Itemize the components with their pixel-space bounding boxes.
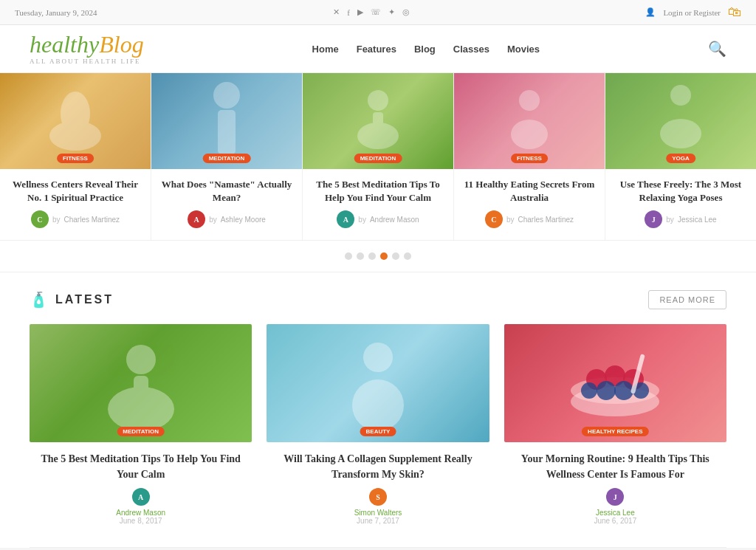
read-more-button[interactable]: READ MORE: [648, 290, 726, 309]
instagram-icon[interactable]: ◎: [402, 7, 410, 17]
twitter-icon[interactable]: ✕: [333, 7, 340, 17]
author-avatar: J: [606, 488, 624, 506]
article-title: The 5 Best Meditation Tips To Help You F…: [309, 178, 447, 204]
author-name: Charles Martinez: [63, 216, 120, 224]
carousel-dot-6[interactable]: [404, 252, 411, 260]
author-avatar: S: [369, 488, 387, 506]
author-name: Andrew Mason: [370, 216, 419, 224]
article-author: C by Charles Martinez: [0, 210, 151, 228]
author-name: Simon Walters: [354, 509, 402, 517]
latest-item[interactable]: MEDITATION The 5 Best Meditation Tips To…: [30, 324, 252, 525]
article-title: Use These Freely: The 3 Most Relaxing Yo…: [611, 178, 750, 204]
author-name: Jessica Lee: [596, 509, 635, 517]
featured-image: MEDITATION: [151, 73, 302, 169]
latest-image-wrap: BEAUTY: [267, 324, 489, 442]
carousel-dot-1[interactable]: [345, 252, 352, 260]
logo-subtitle: ALL ABOUT HEALTH LIFE: [30, 58, 140, 65]
latest-item[interactable]: BEAUTY Will Taking A Collagen Supplement…: [267, 324, 489, 525]
article-date: June 7, 2017: [267, 517, 489, 525]
nav-movies[interactable]: Movies: [507, 44, 540, 55]
cart-icon[interactable]: 🛍: [728, 4, 741, 20]
article-date: June 8, 2017: [30, 517, 252, 525]
author-avatar: C: [485, 210, 503, 228]
svg-point-9: [670, 85, 691, 106]
latest-title-row: 🧴 LATEST: [30, 291, 114, 309]
latest-icon: 🧴: [30, 291, 48, 309]
carousel-dot-4[interactable]: [380, 252, 388, 260]
latest-image-wrap: HEALTHY RECIPES: [504, 324, 726, 442]
svg-point-23: [581, 382, 597, 399]
social-icons: ✕ f ▶ ☏ ✦ ◎: [333, 7, 410, 17]
article-author: C by Charles Martinez: [454, 210, 605, 228]
pinterest-icon[interactable]: ✦: [388, 7, 395, 17]
svg-point-11: [126, 345, 156, 374]
nav-home[interactable]: Home: [312, 44, 339, 55]
latest-header: 🧴 LATEST READ MORE: [30, 290, 726, 309]
featured-item[interactable]: MEDITATION What Does "Namaste" Actually …: [151, 73, 303, 240]
article-author: J by Jessica Lee: [605, 210, 756, 228]
phone-icon[interactable]: ☏: [371, 7, 381, 17]
svg-rect-6: [373, 112, 383, 134]
category-badge: FITNESS: [57, 154, 94, 163]
latest-section-title: LATEST: [55, 293, 114, 306]
featured-image: FITNESS: [454, 73, 605, 169]
carousel-dot-2[interactable]: [357, 252, 364, 260]
youtube-icon[interactable]: ▶: [357, 7, 363, 17]
main-nav: Home Features Blog Classes Movies: [312, 44, 540, 55]
latest-article-author: S Simon Walters: [267, 488, 489, 517]
author-name: Andrew Mason: [116, 509, 165, 517]
featured-item[interactable]: YOGA Use These Freely: The 3 Most Relaxi…: [605, 73, 756, 240]
latest-image-wrap: MEDITATION: [30, 324, 252, 442]
latest-item[interactable]: HEALTHY RECIPES Your Morning Routine: 9 …: [504, 324, 726, 525]
svg-point-1: [61, 92, 90, 136]
latest-article-title: The 5 Best Meditation Tips To Help You F…: [32, 451, 249, 482]
top-bar-date: Tuesday, January 9, 2024: [15, 8, 97, 17]
nav-features[interactable]: Features: [357, 44, 396, 55]
facebook-icon[interactable]: f: [347, 8, 350, 17]
latest-article-title: Your Morning Routine: 9 Health Tips This…: [507, 451, 724, 482]
svg-point-10: [660, 119, 701, 148]
carousel-dot-5[interactable]: [392, 252, 399, 260]
latest-category-badge: HEALTHY RECIPES: [582, 427, 648, 436]
carousel-dot-3[interactable]: [368, 252, 376, 260]
featured-item[interactable]: FITNESS 11 Healthy Eating Secrets From A…: [454, 73, 605, 240]
latest-category-badge: BEAUTY: [360, 427, 396, 436]
login-register-link[interactable]: Login or Register: [663, 8, 721, 17]
svg-point-7: [519, 90, 540, 111]
search-button[interactable]: 🔍: [708, 40, 726, 58]
article-author: A by Andrew Mason: [303, 210, 453, 228]
featured-item[interactable]: FITNESS Wellness Centers Reveal Their No…: [0, 73, 151, 240]
featured-item[interactable]: MEDITATION The 5 Best Meditation Tips To…: [303, 73, 454, 240]
author-avatar: A: [337, 210, 354, 228]
featured-carousel: FITNESS Wellness Centers Reveal Their No…: [0, 73, 756, 272]
author-avatar: A: [188, 210, 205, 228]
logo[interactable]: healthyBlog ALL ABOUT HEALTH LIFE: [30, 32, 144, 65]
latest-grid: MEDITATION The 5 Best Meditation Tips To…: [30, 324, 726, 525]
category-badge: FITNESS: [511, 154, 548, 163]
latest-section: 🧴 LATEST READ MORE MEDITATION: [0, 272, 756, 547]
author-avatar: C: [31, 210, 49, 228]
nav-classes[interactable]: Classes: [453, 44, 489, 55]
category-badge: MEDITATION: [354, 154, 402, 163]
latest-image: [30, 324, 252, 442]
footer-divider: [30, 547, 726, 548]
author-avatar: J: [645, 210, 662, 228]
carousel-dots: [0, 241, 756, 272]
nav-blog[interactable]: Blog: [414, 44, 436, 55]
svg-point-22: [614, 381, 633, 400]
article-date: June 6, 2017: [504, 517, 726, 525]
article-title: Wellness Centers Reveal Their No. 1 Spir…: [6, 178, 145, 204]
category-badge: YOGA: [666, 154, 695, 163]
featured-grid: FITNESS Wellness Centers Reveal Their No…: [0, 73, 756, 241]
svg-point-2: [213, 82, 240, 109]
latest-article-title: Will Taking A Collagen Supplement Really…: [269, 451, 486, 482]
author-name: Ashley Moore: [221, 216, 266, 224]
top-bar: Tuesday, January 9, 2024 ✕ f ▶ ☏ ✦ ◎ 👤 L…: [0, 0, 756, 25]
article-author: A by Ashley Moore: [151, 210, 302, 228]
user-icon: 👤: [645, 7, 656, 17]
featured-image: YOGA: [605, 73, 756, 169]
author-name: Charles Martinez: [518, 216, 574, 224]
svg-rect-13: [134, 376, 148, 409]
category-badge: MEDITATION: [203, 154, 251, 163]
featured-image: MEDITATION: [303, 73, 453, 169]
